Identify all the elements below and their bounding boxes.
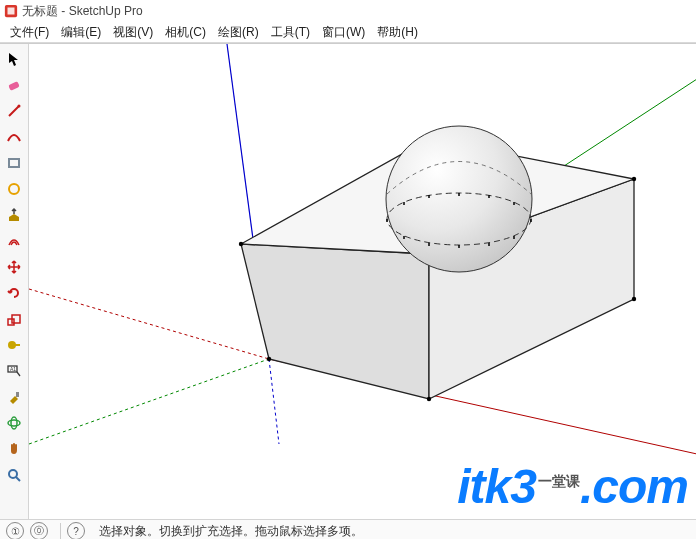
titlebar: 无标题 - SketchUp Pro xyxy=(0,0,696,22)
menu-2[interactable]: 视图(V) xyxy=(107,24,159,41)
svg-point-15 xyxy=(8,420,20,426)
svg-rect-14 xyxy=(16,392,19,397)
svg-rect-2 xyxy=(8,81,20,91)
svg-line-19 xyxy=(29,289,269,359)
pan-tool[interactable] xyxy=(2,437,26,461)
menu-1[interactable]: 编辑(E) xyxy=(55,24,107,41)
tape-tool[interactable] xyxy=(2,333,26,357)
menu-5[interactable]: 工具(T) xyxy=(265,24,316,41)
svg-point-17 xyxy=(9,470,17,478)
svg-point-9 xyxy=(8,341,16,349)
status-geo-icon[interactable]: ⓪ xyxy=(30,522,48,539)
svg-point-36 xyxy=(386,126,532,272)
rotate-tool[interactable] xyxy=(2,281,26,305)
move-tool[interactable] xyxy=(2,255,26,279)
viewport[interactable]: itk3一堂课.com xyxy=(29,44,696,519)
scene-sphere xyxy=(386,126,532,272)
svg-rect-10 xyxy=(15,344,20,346)
window-title: 无标题 - SketchUp Pro xyxy=(22,3,143,20)
menu-3[interactable]: 相机(C) xyxy=(159,24,212,41)
svg-point-16 xyxy=(11,417,17,429)
svg-line-3 xyxy=(9,106,19,116)
menu-7[interactable]: 帮助(H) xyxy=(371,24,424,41)
app-icon xyxy=(4,4,18,18)
menu-4[interactable]: 绘图(R) xyxy=(212,24,265,41)
separator xyxy=(60,523,61,539)
orbit-tool[interactable] xyxy=(2,411,26,435)
statusbar: ① ⓪ ? 选择对象。切换到扩充选择。拖动鼠标选择多项。 xyxy=(0,519,696,539)
scene-canvas xyxy=(29,44,696,519)
offset-tool[interactable] xyxy=(2,229,26,253)
svg-rect-5 xyxy=(9,159,19,167)
arc-tool[interactable] xyxy=(2,125,26,149)
toolbar: A1 xyxy=(0,44,29,519)
svg-point-29 xyxy=(239,242,243,246)
scale-tool[interactable] xyxy=(2,307,26,331)
svg-rect-1 xyxy=(8,8,15,15)
circle-tool[interactable] xyxy=(2,177,26,201)
select-tool[interactable] xyxy=(2,47,26,71)
rectangle-tool[interactable] xyxy=(2,151,26,175)
svg-line-21 xyxy=(29,359,269,444)
svg-line-24 xyxy=(269,359,279,444)
svg-point-6 xyxy=(9,184,19,194)
line-tool[interactable] xyxy=(2,99,26,123)
eraser-tool[interactable] xyxy=(2,73,26,97)
svg-point-35 xyxy=(632,297,636,301)
svg-point-4 xyxy=(18,105,21,108)
svg-point-31 xyxy=(632,177,636,181)
svg-text:A1: A1 xyxy=(10,366,16,372)
menu-0[interactable]: 文件(F) xyxy=(4,24,55,41)
status-text: 选择对象。切换到扩充选择。拖动鼠标选择多项。 xyxy=(99,523,363,540)
svg-point-33 xyxy=(267,357,271,361)
svg-line-13 xyxy=(17,372,20,376)
svg-point-34 xyxy=(427,397,431,401)
menu-6[interactable]: 窗口(W) xyxy=(316,24,371,41)
svg-rect-7 xyxy=(8,319,14,325)
workspace: A1 xyxy=(0,43,696,519)
svg-marker-26 xyxy=(241,244,429,399)
paint-tool[interactable] xyxy=(2,385,26,409)
status-help-icon[interactable]: ? xyxy=(67,522,85,539)
text-tool[interactable]: A1 xyxy=(2,359,26,383)
pushpull-tool[interactable] xyxy=(2,203,26,227)
zoom-tool[interactable] xyxy=(2,463,26,487)
menubar: 文件(F)编辑(E)视图(V)相机(C)绘图(R)工具(T)窗口(W)帮助(H) xyxy=(0,22,696,43)
svg-line-18 xyxy=(16,477,20,481)
status-info-icon[interactable]: ① xyxy=(6,522,24,539)
